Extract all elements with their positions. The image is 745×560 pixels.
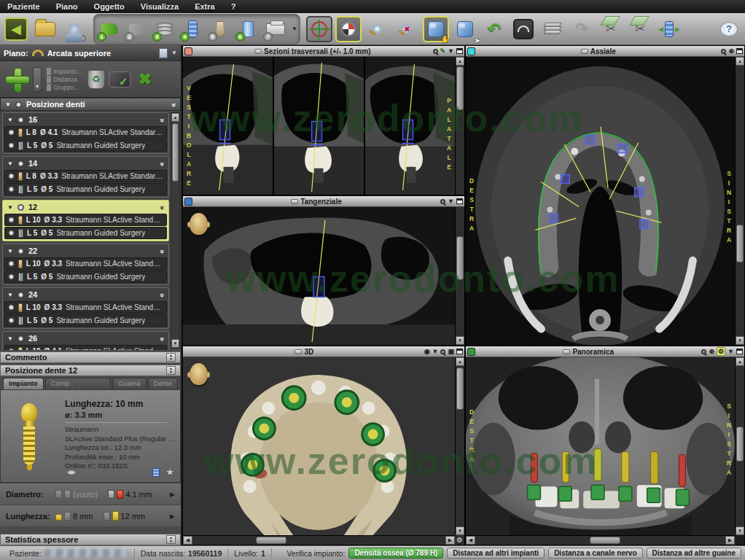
maximize-icon[interactable] [736,349,743,354]
zoom-reset-button[interactable]: ✖ [394,16,420,42]
scroll-down-arrow[interactable]: ▼ [736,526,744,535]
dropdown-arrow-icon[interactable]: ▼ [432,348,439,355]
scroll-left-arrow[interactable]: ◀ [466,536,475,545]
visibility-dot-icon[interactable] [17,248,24,254]
scroll-thumb[interactable] [736,427,744,462]
edit-pencil-icon[interactable]: ✎ [440,47,446,55]
gear-icon[interactable]: ⚙ [717,347,725,356]
length-option-12[interactable]: 12 mm [104,511,146,521]
collapse-arrow-icon[interactable]: ▼ [7,117,13,123]
collapse-arrow-icon[interactable]: ▼ [5,101,11,108]
pan-icon[interactable]: ⊕ [709,348,714,355]
maximize-icon[interactable] [456,48,463,54]
eye-icon[interactable]: ◉ [424,348,430,355]
back-button[interactable]: ◀ [3,16,29,42]
head-orientation-icon[interactable] [190,363,208,385]
maximize-icon[interactable] [736,48,743,54]
zoom-in-button[interactable] [364,16,391,42]
collapse-arrow-icon[interactable]: ▼ [7,204,13,211]
thickness-stats-panel-header[interactable]: Statistica spessore ▲▼ [0,534,181,545]
tooth-list-header[interactable]: ▼ Posizione denti » [0,98,181,111]
threed-viewport[interactable]: 3D ◉ ▼ ▣ [182,346,465,545]
cross-sections-image[interactable]: VESTIBOLARE PALATALE [183,57,455,195]
scroll-up-arrow[interactable]: ▲ [456,57,464,66]
scroll-down-arrow[interactable]: ▼ [736,336,744,345]
diameter-empty-option[interactable]: (vuoto) [55,490,98,499]
tooth-item-implant[interactable]: L 10Ø 3.3Straumann SLActive Standar… [4,257,167,270]
gear-icon[interactable]: ⚙ [455,535,464,545]
tab-dente[interactable]: Dente [148,378,178,389]
menu-item-?[interactable]: ? [231,2,236,11]
visibility-dot-icon[interactable] [17,160,24,167]
workflow-step-5-abutment-button[interactable]: 5 [207,16,233,42]
move-implant-button[interactable] [656,16,682,42]
cross-slice-3[interactable] [365,57,455,195]
vertical-scrollbar[interactable]: ▼ [455,207,464,345]
check-button-distanza-ad-altre-guaine[interactable]: Distanza ad altre guaine [647,548,741,559]
check-button-distanza-ad-altri-impianti[interactable]: Distanza ad altri impianti [447,548,545,559]
tangential-image[interactable] [183,207,455,345]
maximize-icon[interactable] [456,198,463,204]
dropdown-arrow-icon[interactable]: ▼ [448,198,454,205]
collapse-arrow-icon[interactable]: ▼ [7,335,13,342]
threed-render[interactable] [183,357,455,535]
scroll-up-arrow[interactable]: ▲ [736,57,744,66]
implant-preview-image[interactable] [18,403,40,473]
tab-guaina[interactable]: Guaina [112,378,147,389]
status-dot-icon[interactable] [8,260,15,267]
sync-view-icon[interactable] [433,49,438,54]
vertical-scrollbar[interactable]: ▲ ▼ [455,357,464,535]
collapse-icon[interactable]: » [158,337,166,341]
scroll-down-arrow[interactable]: ▼ [456,526,464,535]
cut-plane-button[interactable]: ✂ [598,16,624,42]
panoramic-curve-button[interactable] [510,16,537,42]
status-dot-icon[interactable] [8,304,15,311]
tooth-group-header[interactable]: ▼12» [4,201,168,213]
scroll-up-arrow[interactable]: ▲ [736,357,744,366]
tangential-viewport[interactable]: Tangenziale ▼ [182,195,465,346]
status-dot-icon[interactable] [8,217,15,223]
status-dot-icon[interactable] [8,348,15,350]
scroll-thumb[interactable] [590,537,620,544]
status-dot-icon[interactable] [8,142,15,149]
sync-view-icon[interactable] [721,49,726,54]
scroll-thumb[interactable] [456,368,464,410]
length-option-8[interactable]: 8 mm [55,512,93,521]
scroll-thumb[interactable] [256,537,286,544]
collapse-icon[interactable]: » [158,118,166,122]
sync-view-icon[interactable] [701,349,706,354]
print-dropdown-arrow-icon[interactable]: ▼ [292,26,297,32]
menu-item-oggetto[interactable]: Oggetto [94,2,125,11]
vertical-scrollbar[interactable]: ▲ ▼ [735,357,744,535]
tooth-list-scrollbar[interactable]: ▲ ▼ [171,112,180,349]
cut-plane-alt-button[interactable]: ✂ [627,16,653,42]
visibility-dot-icon[interactable] [17,335,24,342]
collapse-arrow-icon[interactable]: ▼ [7,160,13,167]
tooth-item-implant[interactable]: L 8Ø 3.3Straumann SLActive Standard … [4,170,167,182]
status-dot-icon[interactable] [8,230,15,236]
compass-tool-button[interactable] [335,16,362,42]
workflow-step-6-sleeve-button[interactable]: 6 [235,16,261,42]
collapse-all-icon[interactable]: » [170,103,178,106]
fit-view-button[interactable]: ✖ [139,70,152,89]
expand-collapse-icon[interactable]: ▲▼ [166,353,176,362]
panoramic-image[interactable]: DESTRA SINISTRA [466,357,735,535]
scroll-thumb[interactable] [172,123,179,182]
tooth-group-16[interactable]: ▼16»L 8Ø 4.1Straumann SLActive Standard … [2,112,169,154]
sync-view-icon[interactable] [440,199,445,204]
head-orientation-icon[interactable] [190,213,208,235]
eye-icon[interactable] [66,470,77,475]
help-button[interactable]: ? [716,16,742,42]
add-implant-label[interactable]: Impianto... [47,68,82,75]
status-dot-icon[interactable] [8,129,15,136]
cube-select-button[interactable]: ✋ [423,16,449,42]
add-dropdown-button[interactable]: ▼ [33,67,42,92]
tooth-group-14[interactable]: ▼14»L 8Ø 3.3Straumann SLActive Standard … [2,156,169,198]
dropdown-arrow-icon[interactable]: ▼ [448,47,454,55]
axial-viewport[interactable]: Assiale ⊕ [465,45,745,346]
scroll-thumb[interactable] [456,66,464,110]
menu-item-paziente[interactable]: Paziente [7,2,40,11]
toggle-icon[interactable]: ▣ [448,348,454,355]
dropdown-arrow-icon[interactable]: ▼ [728,348,734,355]
cross-slice-2[interactable] [274,57,364,195]
